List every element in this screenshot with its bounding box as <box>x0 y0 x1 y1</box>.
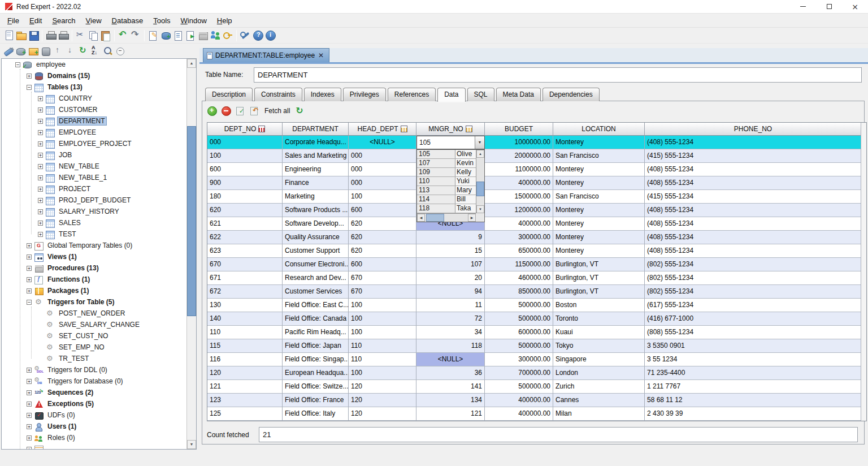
tree-item-roles-0[interactable]: +Roles (0) <box>2 432 186 443</box>
grid-cell[interactable]: (408) 555-1234 <box>645 204 862 217</box>
grid-cell[interactable]: 623 <box>207 244 283 258</box>
grid-cell[interactable]: 20 <box>416 271 485 285</box>
grid-cell[interactable]: 670 <box>207 258 283 271</box>
grid-cell[interactable]: (415) 555-1234 <box>645 149 862 163</box>
tab-references[interactable]: References <box>388 88 436 101</box>
grid-cell[interactable]: 850000.00 <box>485 285 553 299</box>
tree-item-save-salary-change[interactable]: +SAVE_SALARY_CHANGE <box>2 319 186 330</box>
grid-cell[interactable]: 120 <box>349 407 416 421</box>
grid-cell[interactable]: Sales and Marketing <box>283 149 349 163</box>
tree-expander-icon[interactable]: + <box>38 107 43 113</box>
grid-cell[interactable]: Monterey <box>553 176 645 190</box>
grid-cell[interactable]: Field Office: Singap... <box>283 353 349 366</box>
grid-cell[interactable]: (408) 555-1234 <box>645 176 862 190</box>
cut-icon[interactable] <box>75 29 87 41</box>
grid-cell[interactable]: 141 <box>416 380 485 394</box>
table-row[interactable]: 115Field Office: Japan110118500000.00Tok… <box>207 339 862 353</box>
tree-expander-icon[interactable]: + <box>27 402 32 407</box>
rollback-icon[interactable] <box>249 106 259 116</box>
tree-item-set-emp-no[interactable]: +SET_EMP_NO <box>2 342 186 353</box>
grid-cell[interactable]: 107 <box>416 258 485 271</box>
tree-expander-icon[interactable]: + <box>27 288 32 294</box>
tree-item-new-table[interactable]: +NEW_TABLE <box>2 161 186 172</box>
menu-edit[interactable]: Edit <box>24 15 47 27</box>
grid-cell[interactable]: 71 235-4400 <box>645 366 862 380</box>
tree-expander-icon[interactable]: + <box>27 447 32 450</box>
database-gray-icon[interactable] <box>40 45 52 57</box>
tree-expander-icon[interactable]: − <box>27 300 32 305</box>
grid-cell[interactable]: Customer Support <box>283 244 349 258</box>
tree-expander-icon[interactable]: + <box>27 74 32 79</box>
help-icon[interactable] <box>251 29 264 41</box>
edit-object-icon[interactable] <box>147 29 159 41</box>
grid-cell[interactable]: 700000.00 <box>485 366 553 380</box>
grid-cell[interactable]: 3 5350 0901 <box>645 339 862 353</box>
tree-item-employee[interactable]: −employee <box>2 59 186 70</box>
tree-item-test[interactable]: +TEST <box>2 228 186 240</box>
dropdown-option-109[interactable]: 109Kelly <box>417 168 476 177</box>
grid-cell[interactable]: 110 <box>207 326 283 339</box>
popup-vscroll-thumb[interactable] <box>476 182 484 196</box>
grid-cell[interactable]: (408) 555-1234 <box>645 231 862 244</box>
grid-cell[interactable]: Finance <box>283 176 349 190</box>
minimize-icon[interactable] <box>790 0 816 14</box>
script-run-icon[interactable] <box>184 29 197 41</box>
add-database-icon[interactable] <box>159 29 172 41</box>
about-icon[interactable] <box>264 29 276 41</box>
grid-cell[interactable]: 000 <box>349 163 416 176</box>
collapse-icon[interactable] <box>114 45 127 57</box>
tree-item-job[interactable]: +JOB <box>2 149 186 161</box>
grid-cell[interactable]: (408) 555-1234 <box>645 163 862 176</box>
tree-item-employee[interactable]: +EMPLOYEE <box>2 127 186 138</box>
popup-scroll-left-icon[interactable]: ◀ <box>417 214 425 222</box>
grid-cell[interactable]: 100 <box>349 326 416 339</box>
script-edit-icon[interactable] <box>172 29 184 41</box>
tree-item-triggers-for-database-0[interactable]: +Triggers for Database (0) <box>2 376 186 387</box>
grid-cell[interactable]: <NULL> <box>349 136 416 149</box>
grid-cell[interactable]: 500000.00 <box>485 339 553 353</box>
table-row[interactable]: 900Finance000400000.00Monterey(408) 555-… <box>207 176 862 190</box>
grid-cell[interactable]: 400000.00 <box>485 407 553 421</box>
document-tab-department[interactable]: DEPARTMENT:TABLE:employee ✕ <box>203 48 329 62</box>
grid-cell[interactable]: Zurich <box>553 380 645 394</box>
grid-cell[interactable]: 110 <box>349 339 416 353</box>
tree-item-users-1[interactable]: +Users (1) <box>2 421 186 432</box>
table-row[interactable]: 670Consumer Electroni...6001071150000.00… <box>207 258 862 271</box>
tree-expander-icon[interactable]: + <box>27 435 32 441</box>
grid-cell[interactable]: Software Products ... <box>283 204 349 217</box>
find-icon[interactable] <box>102 45 114 57</box>
grid-cell[interactable]: 15 <box>416 244 485 258</box>
tree-item-post-new-order[interactable]: +POST_NEW_ORDER <box>2 308 186 319</box>
column-header-phone-no[interactable]: PHONE_NO <box>645 123 862 136</box>
grid-cell[interactable]: (802) 555-1234 <box>645 285 862 299</box>
table-row[interactable]: 100Sales and Marketing0002000000.00San F… <box>207 149 862 163</box>
tree-item-triggers-for-ddl-0[interactable]: +Triggers for DDL (0) <box>2 364 186 376</box>
tree-expander-icon[interactable]: − <box>15 62 20 67</box>
tab-description[interactable]: Description <box>205 88 253 101</box>
grid-cell[interactable]: 100 <box>349 299 416 312</box>
column-header-head-dept[interactable]: HEAD_DEPT <box>349 123 416 136</box>
count-fetched-input[interactable] <box>259 427 858 442</box>
grid-cell[interactable]: Monterey <box>553 204 645 217</box>
grid-cell[interactable]: Field Office: East C... <box>283 299 349 312</box>
column-header-budget[interactable]: BUDGET <box>485 123 553 136</box>
grid-cell[interactable]: 600 <box>349 258 416 271</box>
grid-cell[interactable]: Field Office: Switze... <box>283 380 349 394</box>
grid-cell[interactable]: 100 <box>207 149 283 163</box>
tab-sql[interactable]: SQL <box>467 88 494 101</box>
tab-indexes[interactable]: Indexes <box>304 88 341 101</box>
tree-item-procedures-13[interactable]: +Procedures (13) <box>2 262 186 274</box>
tree-item-views-1[interactable]: +Views (1) <box>2 251 186 262</box>
grid-cell[interactable]: 72 <box>416 312 485 326</box>
tree-item-proj-dept-budget[interactable]: +PROJ_DEPT_BUDGET <box>2 195 186 206</box>
grid-cell[interactable]: Kuaui <box>553 326 645 339</box>
grid-cell[interactable]: 58 68 11 12 <box>645 394 862 407</box>
grid-cell[interactable]: 671 <box>207 271 283 285</box>
tree-item-exceptions-5[interactable]: +Exceptions (5) <box>2 398 186 409</box>
grid-cell[interactable]: Milan <box>553 407 645 421</box>
grid-cell[interactable]: Toronto <box>553 312 645 326</box>
table-row[interactable]: 130Field Office: East C...10011500000.00… <box>207 299 862 312</box>
tools-icon[interactable] <box>239 29 251 41</box>
table-row[interactable]: 000Corporate Headqu...<NULL>1000000.00Mo… <box>207 136 862 149</box>
tree-item-packages-1[interactable]: +Packages (1) <box>2 285 186 296</box>
